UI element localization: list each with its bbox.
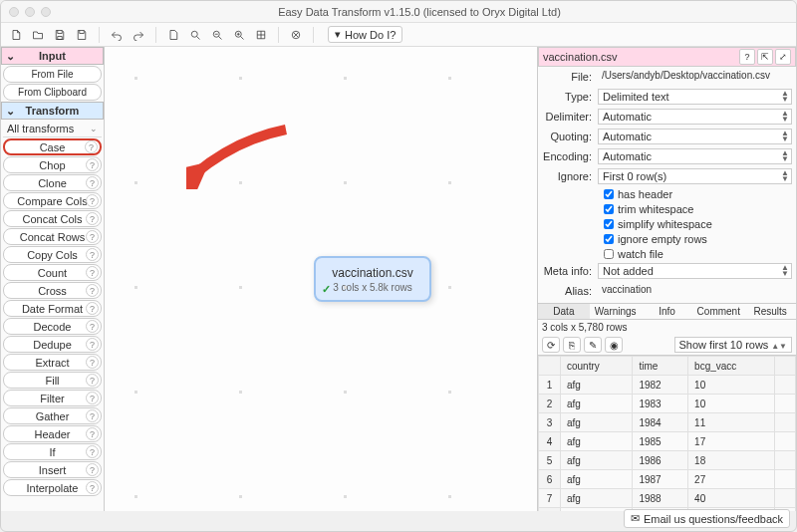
tab-data[interactable]: Data <box>538 304 590 319</box>
transform-item-case[interactable]: Case? <box>3 138 102 155</box>
new-file-icon[interactable] <box>7 26 25 44</box>
tab-comment[interactable]: Comment <box>692 304 744 319</box>
tab-results[interactable]: Results <box>744 304 796 319</box>
table-row[interactable]: 4afg198517 <box>539 432 796 451</box>
data-node[interactable]: ✓ vaccination.csv 3 cols x 5.8k rows <box>314 256 431 302</box>
table-row[interactable]: 1afg198210 <box>539 376 796 395</box>
encoding-select[interactable]: Automatic▲▼ <box>598 148 792 164</box>
save-file-icon[interactable] <box>51 26 69 44</box>
table-cell[interactable]: afg <box>561 451 633 470</box>
zoom-window-icon[interactable] <box>41 7 51 17</box>
help-icon[interactable]: ? <box>86 248 99 261</box>
tab-info[interactable]: Info <box>642 304 693 319</box>
table-cell[interactable]: 1987 <box>633 470 688 489</box>
all-transforms-filter[interactable]: All transforms ⌄ <box>3 121 102 137</box>
save-as-icon[interactable] <box>73 26 91 44</box>
link-icon[interactable]: ⇱ <box>757 49 773 65</box>
transform-item-copy-cols[interactable]: Copy Cols? <box>3 246 102 263</box>
help-icon[interactable]: ? <box>86 427 99 440</box>
show-rows-select[interactable]: Show first 10 rows ▲▼ <box>674 337 793 353</box>
redo-icon[interactable] <box>130 26 147 44</box>
help-icon[interactable]: ? <box>86 409 99 422</box>
transform-item-extract[interactable]: Extract? <box>3 354 102 371</box>
transform-item-if[interactable]: If? <box>3 443 102 460</box>
option-trim-whitespace[interactable]: trim whitespace <box>538 201 796 216</box>
table-cell[interactable]: afg <box>561 508 633 512</box>
help-icon[interactable]: ? <box>86 266 99 279</box>
transform-item-header[interactable]: Header? <box>3 425 102 442</box>
cancel-icon[interactable] <box>287 26 305 44</box>
transform-item-date-format[interactable]: Date Format? <box>3 300 102 317</box>
input-item-from-file[interactable]: From File <box>3 66 102 83</box>
checkbox[interactable] <box>604 234 614 244</box>
help-icon[interactable]: ? <box>86 158 99 171</box>
help-icon[interactable]: ? <box>86 212 99 225</box>
expand-icon[interactable]: ⤢ <box>775 49 791 65</box>
table-cell[interactable]: 1985 <box>633 432 688 451</box>
canvas[interactable]: ✓ vaccination.csv 3 cols x 5.8k rows <box>105 47 537 511</box>
minimize-window-icon[interactable] <box>25 7 35 17</box>
search-icon[interactable] <box>186 26 204 44</box>
tab-warnings[interactable]: Warnings <box>590 304 642 319</box>
option-watch-file[interactable]: watch file <box>538 246 796 261</box>
transform-item-decode[interactable]: Decode? <box>3 318 102 335</box>
help-icon[interactable]: ? <box>86 194 99 207</box>
help-icon[interactable]: ? <box>86 338 99 351</box>
metainfo-select[interactable]: Not added▲▼ <box>598 263 792 279</box>
undo-icon[interactable] <box>108 26 126 44</box>
option-simplify-whitespace[interactable]: simplify whitespace <box>538 216 796 231</box>
checkbox[interactable] <box>604 219 614 229</box>
help-icon[interactable]: ? <box>86 302 99 315</box>
view-icon[interactable]: ◉ <box>605 337 623 353</box>
transform-item-gather[interactable]: Gather? <box>3 407 102 424</box>
table-row[interactable]: 5afg198618 <box>539 451 796 470</box>
table-cell[interactable]: afg <box>561 470 633 489</box>
table-cell[interactable]: 18 <box>688 451 775 470</box>
transform-item-chop[interactable]: Chop? <box>3 156 102 173</box>
help-icon[interactable]: ? <box>86 176 99 189</box>
table-row[interactable]: 3afg198411 <box>539 413 796 432</box>
help-icon[interactable]: ? <box>86 445 99 458</box>
help-icon[interactable]: ? <box>86 230 99 243</box>
help-icon[interactable]: ? <box>86 284 99 297</box>
table-row[interactable]: 6afg198727 <box>539 470 796 489</box>
table-cell[interactable]: afg <box>561 413 633 432</box>
checkbox[interactable] <box>604 249 614 259</box>
delimiter-select[interactable]: Automatic▲▼ <box>598 109 792 125</box>
table-cell[interactable]: 1983 <box>633 395 688 413</box>
table-cell[interactable]: 10 <box>688 376 775 395</box>
file-node-icon[interactable] <box>164 26 182 44</box>
table-cell[interactable]: afg <box>561 376 633 395</box>
column-header[interactable]: country <box>561 357 633 376</box>
ignore-select[interactable]: First 0 row(s)▲▼ <box>598 168 792 184</box>
edit-icon[interactable]: ✎ <box>584 337 602 353</box>
checkbox[interactable] <box>604 189 614 199</box>
table-row[interactable]: 2afg198310 <box>539 395 796 413</box>
transform-item-compare-cols[interactable]: Compare Cols? <box>3 192 102 209</box>
table-cell[interactable]: afg <box>561 489 633 508</box>
transform-item-dedupe[interactable]: Dedupe? <box>3 336 102 353</box>
input-item-from-clipboard[interactable]: From Clipboard <box>3 84 102 101</box>
transform-item-count[interactable]: Count? <box>3 264 102 281</box>
input-section-header[interactable]: ⌄ Input <box>1 47 104 65</box>
help-icon[interactable]: ? <box>85 140 98 153</box>
transform-item-insert[interactable]: Insert? <box>3 461 102 478</box>
table-cell[interactable]: 40 <box>688 489 775 508</box>
column-header[interactable]: time <box>633 357 688 376</box>
table-cell[interactable]: 10 <box>688 395 775 413</box>
checkbox[interactable] <box>604 204 614 214</box>
grid-icon[interactable] <box>252 26 270 44</box>
table-cell[interactable]: 1982 <box>633 376 688 395</box>
table-cell[interactable]: 1986 <box>633 451 688 470</box>
option-has-header[interactable]: has header <box>538 186 796 201</box>
table-cell[interactable]: 27 <box>688 470 775 489</box>
help-icon[interactable]: ? <box>86 320 99 333</box>
transform-section-header[interactable]: ⌄ Transform <box>1 102 104 120</box>
feedback-button[interactable]: ✉ Email us questions/feedback <box>624 509 790 528</box>
help-icon[interactable]: ? <box>86 374 99 387</box>
help-icon[interactable]: ? <box>86 356 99 369</box>
table-cell[interactable]: 1984 <box>633 413 688 432</box>
table-cell[interactable]: afg <box>561 432 633 451</box>
transform-item-concat-cols[interactable]: Concat Cols? <box>3 210 102 227</box>
table-row[interactable]: 7afg198840 <box>539 489 796 508</box>
